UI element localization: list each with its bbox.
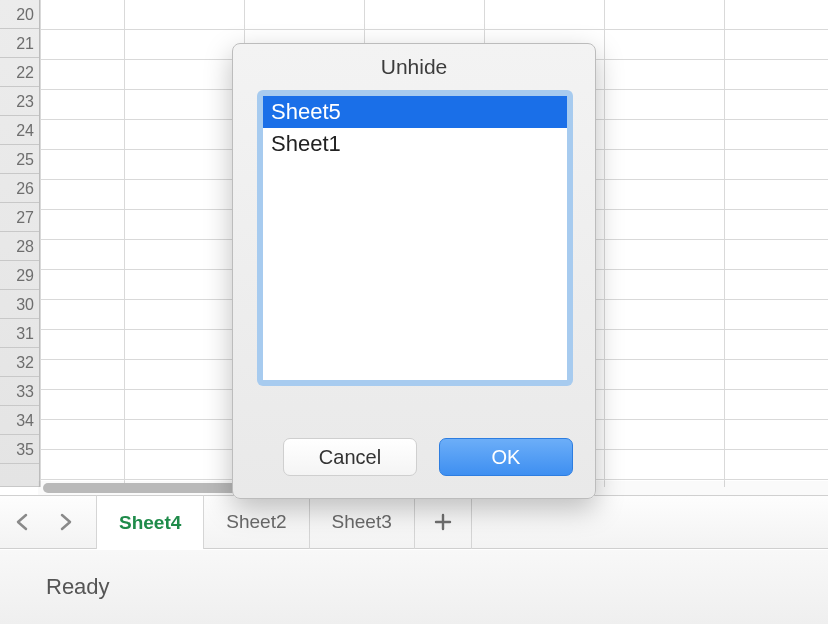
row-header[interactable]: 24 [0,116,39,145]
row-header-column: 20212223242526272829303132333435 [0,0,40,487]
ok-button-label: OK [492,446,521,469]
sheet-tab-label: Sheet2 [226,511,286,533]
row-header[interactable]: 28 [0,232,39,261]
row-header[interactable]: 23 [0,87,39,116]
row-header[interactable]: 20 [0,0,39,29]
sheet-tab-strip: Sheet4 Sheet2 Sheet3 [0,495,828,549]
unhide-list-item[interactable]: Sheet1 [263,128,567,160]
sheet-tab[interactable]: Sheet3 [310,495,415,549]
row-header[interactable]: 31 [0,319,39,348]
unhide-dialog: Unhide Sheet5Sheet1 Cancel OK [232,43,596,499]
row-header[interactable]: 25 [0,145,39,174]
row-header[interactable]: 33 [0,377,39,406]
ok-button[interactable]: OK [439,438,573,476]
tab-nav-next[interactable] [44,495,88,549]
dialog-title: Unhide [233,44,595,90]
row-header[interactable]: 35 [0,435,39,464]
sheet-tab-label: Sheet3 [332,511,392,533]
add-sheet-button[interactable] [415,495,472,549]
cancel-button-label: Cancel [319,446,381,469]
sheet-tab[interactable]: Sheet2 [204,495,309,549]
row-header[interactable]: 32 [0,348,39,377]
row-header[interactable]: 27 [0,203,39,232]
row-header[interactable]: 21 [0,29,39,58]
row-header[interactable] [0,464,39,487]
unhide-listbox-frame: Sheet5Sheet1 [257,90,573,386]
row-header[interactable]: 30 [0,290,39,319]
row-header[interactable]: 22 [0,58,39,87]
row-header[interactable]: 34 [0,406,39,435]
status-text: Ready [46,574,110,600]
dialog-button-row: Cancel OK [283,438,573,476]
sheet-tab-label: Sheet4 [119,512,181,534]
unhide-listbox[interactable]: Sheet5Sheet1 [263,96,567,380]
row-header[interactable]: 26 [0,174,39,203]
cancel-button[interactable]: Cancel [283,438,417,476]
status-bar: Ready [0,550,828,624]
tab-nav-prev[interactable] [0,495,44,549]
row-header[interactable]: 29 [0,261,39,290]
sheet-tab-active[interactable]: Sheet4 [96,495,204,549]
unhide-list-item[interactable]: Sheet5 [263,96,567,128]
